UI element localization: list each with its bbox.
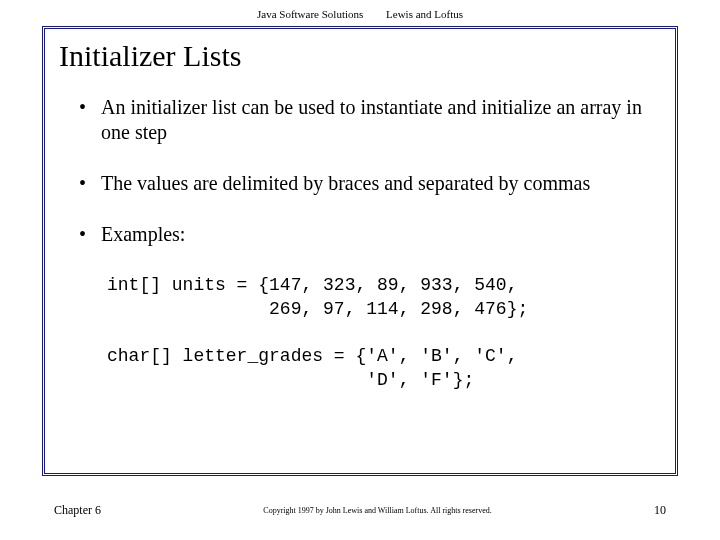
bullet-list: An initializer list can be used to insta…: [45, 81, 675, 247]
bullet-item: The values are delimited by braces and s…: [79, 171, 655, 196]
book-title: Java Software Solutions: [257, 8, 363, 20]
footer: Chapter 6 Copyright 1997 by John Lewis a…: [0, 503, 720, 518]
code-example-1: int[] units = {147, 323, 89, 933, 540, 2…: [107, 273, 675, 322]
bullet-item: Examples:: [79, 222, 655, 247]
header: Java Software Solutions Lewis and Loftus: [0, 0, 720, 26]
chapter-label: Chapter 6: [54, 503, 101, 518]
page-number: 10: [654, 503, 666, 518]
code-example-2: char[] letter_grades = {'A', 'B', 'C', '…: [107, 344, 675, 393]
copyright-text: Copyright 1997 by John Lewis and William…: [101, 506, 654, 515]
bullet-item: An initializer list can be used to insta…: [79, 95, 655, 145]
slide-frame: Initializer Lists An initializer list ca…: [42, 26, 678, 476]
slide-title: Initializer Lists: [45, 39, 675, 81]
authors: Lewis and Loftus: [386, 8, 463, 20]
